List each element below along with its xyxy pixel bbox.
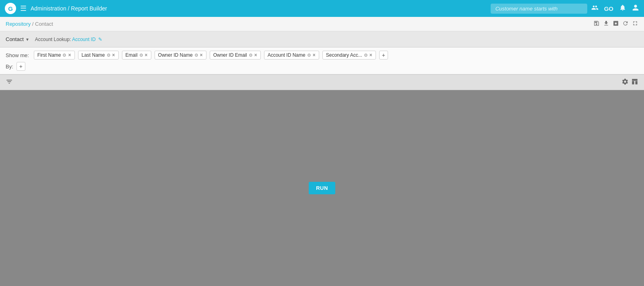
fields-bar: Show me: First Name ⚙ × Last Name ⚙ × Em… — [0, 47, 644, 74]
account-id-name-label: Account ID Name — [268, 52, 305, 58]
first-name-gear-icon[interactable]: ⚙ — [62, 53, 66, 58]
fullscreen-action-icon[interactable] — [632, 20, 638, 28]
last-name-label: Last Name — [82, 52, 105, 58]
settings-icon[interactable] — [621, 78, 629, 87]
filter-toolbar-right — [621, 78, 638, 87]
account-lookup-label: Account Lookup: Account ID ✎ — [35, 37, 102, 42]
owner-id-name-gear-icon[interactable]: ⚙ — [194, 53, 198, 58]
secondary-acc-close-icon[interactable]: × — [369, 52, 372, 58]
field-tag-owner-id-name: Owner ID Name ⚙ × — [155, 51, 206, 60]
add-by-field-button[interactable]: + — [17, 62, 25, 71]
last-name-gear-icon[interactable]: ⚙ — [107, 53, 111, 58]
page-breadcrumb: Repository / Contact — [6, 21, 53, 27]
refresh-action-icon[interactable] — [622, 20, 629, 28]
add-field-button[interactable]: + — [379, 51, 388, 60]
run-button[interactable]: RUN — [309, 182, 335, 194]
secondary-acc-gear-icon[interactable]: ⚙ — [364, 53, 368, 58]
owner-id-name-close-icon[interactable]: × — [200, 52, 203, 58]
field-tag-secondary-acc: Secondary Acc... ⚙ × — [322, 51, 376, 60]
filter-funnel-icon[interactable] — [6, 78, 13, 87]
people-icon[interactable] — [591, 4, 599, 13]
top-nav-icons: GO — [591, 4, 639, 13]
email-close-icon[interactable]: × — [145, 52, 148, 58]
owner-id-name-label: Owner ID Name — [158, 52, 193, 58]
edit-pencil-icon[interactable]: ✎ — [98, 37, 102, 42]
toolbar-actions — [593, 20, 638, 28]
owner-id-email-close-icon[interactable]: × — [254, 52, 257, 58]
field-tag-email: Email ⚙ × — [122, 51, 151, 60]
go-text[interactable]: GO — [604, 5, 613, 12]
show-me-label: Show me: — [6, 52, 29, 58]
bell-icon[interactable] — [619, 4, 626, 13]
account-lookup-link[interactable]: Account ID — [72, 37, 96, 42]
main-content: Contact ▾ Account Lookup: Account ID ✎ S… — [0, 31, 644, 286]
account-id-name-gear-icon[interactable]: ⚙ — [307, 53, 311, 58]
export-action-icon[interactable] — [603, 20, 609, 28]
nav-breadcrumb: Administration / Report Builder — [31, 5, 487, 12]
user-icon[interactable] — [632, 4, 639, 13]
save-action-icon[interactable] — [593, 20, 600, 28]
field-tag-owner-id-email: Owner ID Email ⚙ × — [210, 51, 261, 60]
contact-type-selector[interactable]: Contact ▾ — [6, 36, 29, 42]
first-name-close-icon[interactable]: × — [68, 52, 71, 58]
filter-toolbar — [0, 75, 644, 90]
top-navigation: G ☰ Administration / Report Builder GO — [0, 0, 644, 17]
secondary-bar: Repository / Contact — [0, 17, 644, 31]
results-area: RUN — [0, 90, 644, 286]
by-row: By: + — [6, 62, 638, 71]
last-name-close-icon[interactable]: × — [112, 52, 115, 58]
secondary-acc-label: Secondary Acc... — [326, 52, 362, 58]
app-logo[interactable]: G — [5, 3, 16, 14]
show-me-row: Show me: First Name ⚙ × Last Name ⚙ × Em… — [6, 51, 638, 60]
field-tag-first-name: First Name ⚙ × — [34, 51, 75, 60]
import-action-icon[interactable] — [613, 20, 619, 28]
field-tag-account-id-name: Account ID Name ⚙ × — [264, 51, 319, 60]
global-search-input[interactable] — [491, 4, 587, 14]
contact-type-label: Contact — [6, 36, 24, 42]
hamburger-icon[interactable]: ☰ — [20, 4, 27, 13]
field-tag-last-name: Last Name ⚙ × — [78, 51, 119, 60]
contact-bar: Contact ▾ Account Lookup: Account ID ✎ — [0, 31, 644, 47]
email-label: Email — [126, 52, 138, 58]
table-view-icon[interactable] — [631, 78, 638, 87]
owner-id-email-label: Owner ID Email — [213, 52, 247, 58]
by-label: By: — [6, 64, 13, 70]
owner-id-email-gear-icon[interactable]: ⚙ — [249, 53, 253, 58]
email-gear-icon[interactable]: ⚙ — [139, 53, 143, 58]
chevron-down-icon: ▾ — [26, 37, 29, 42]
first-name-label: First Name — [37, 52, 61, 58]
account-id-name-close-icon[interactable]: × — [313, 52, 316, 58]
